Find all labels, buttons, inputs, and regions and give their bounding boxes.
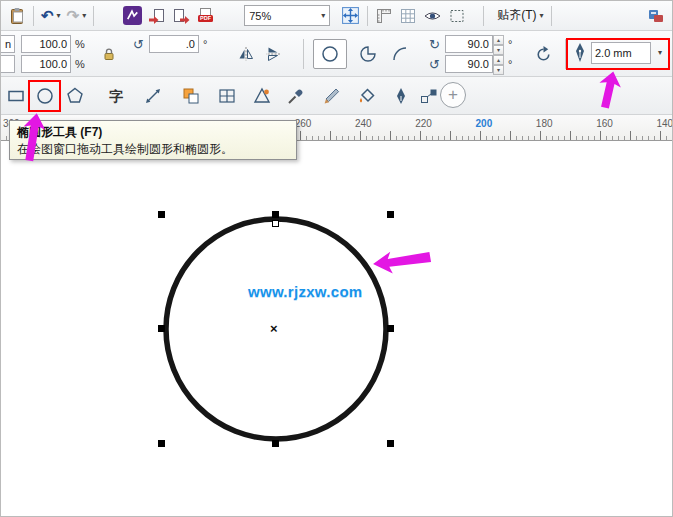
pie-mode-button[interactable] bbox=[353, 39, 383, 69]
lock-icon bbox=[101, 46, 117, 62]
launcher-icon bbox=[123, 6, 142, 25]
end-angle-icon: ↺ bbox=[429, 58, 440, 71]
application-launcher-button[interactable] bbox=[120, 4, 145, 28]
separator bbox=[33, 6, 34, 26]
knife-icon bbox=[322, 86, 342, 106]
smart-fill-tool[interactable] bbox=[178, 83, 204, 109]
end-angle-spinner[interactable]: ▴ ▾ bbox=[493, 55, 504, 73]
polygon-tool[interactable] bbox=[62, 83, 88, 109]
change-direction-icon bbox=[534, 45, 553, 64]
clipboard-icon bbox=[8, 7, 26, 25]
basic-shapes-icon bbox=[252, 86, 272, 106]
tooltip-title: 椭圆形工具 (F7) bbox=[17, 124, 289, 141]
eyedropper-tool[interactable] bbox=[283, 83, 309, 109]
ellipse-icon bbox=[35, 86, 55, 106]
import-button[interactable] bbox=[145, 4, 169, 28]
arc-mode-button[interactable] bbox=[385, 39, 415, 69]
selection-handle-middle-right[interactable] bbox=[387, 325, 394, 332]
separator bbox=[483, 6, 484, 26]
separator bbox=[551, 6, 552, 26]
mirror-horizontal-button[interactable] bbox=[233, 43, 258, 65]
polygon-icon bbox=[65, 86, 85, 106]
options-icon bbox=[647, 7, 665, 25]
fullscreen-preview-button[interactable] bbox=[338, 4, 363, 28]
fill-tool[interactable] bbox=[354, 83, 380, 109]
crop-tool[interactable] bbox=[319, 83, 345, 109]
outline-width-field[interactable]: 2.0 mm bbox=[591, 42, 651, 64]
spin-down-icon[interactable]: ▾ bbox=[493, 65, 504, 75]
zoom-value: 75% bbox=[249, 10, 271, 22]
selection-handle-middle-left[interactable] bbox=[158, 325, 165, 332]
undo-button[interactable]: ↶ ▾ bbox=[38, 4, 64, 28]
start-angle-icon: ↻ bbox=[429, 38, 440, 51]
dimension-icon bbox=[143, 86, 163, 106]
show-rulers-button[interactable] bbox=[372, 4, 396, 28]
degree-label: ° bbox=[508, 58, 512, 70]
chevron-down-icon: ▾ bbox=[82, 12, 86, 20]
undo-icon: ↶ bbox=[41, 8, 54, 23]
basic-shapes-tool[interactable] bbox=[249, 83, 275, 109]
export-button[interactable] bbox=[169, 4, 193, 28]
property-bar: n 100.0 % 100.0 % ↺ .0 ° bbox=[1, 31, 672, 77]
rotation-angle-field[interactable]: .0 bbox=[149, 35, 199, 53]
drawing-canvas[interactable]: × www.rjzxw.com bbox=[1, 141, 672, 517]
spin-up-icon[interactable]: ▴ bbox=[493, 35, 504, 45]
selection-handle-bottom-right[interactable] bbox=[387, 440, 394, 447]
object-position-field-clipped[interactable]: n bbox=[0, 35, 15, 53]
plus-icon: + bbox=[448, 85, 458, 105]
eyedropper-icon bbox=[286, 86, 306, 106]
selection-handle-top-right[interactable] bbox=[387, 211, 394, 218]
redo-button[interactable]: ↷ ▾ bbox=[64, 4, 90, 28]
ellipse-glyph-node[interactable] bbox=[272, 220, 279, 227]
arc-mode-icon bbox=[390, 44, 410, 64]
options-button[interactable] bbox=[644, 4, 668, 28]
degree-label: ° bbox=[508, 38, 512, 50]
import-icon bbox=[148, 7, 166, 25]
scale-horizontal-field[interactable]: 100.0 bbox=[21, 35, 71, 53]
chevron-down-icon[interactable]: ▾ bbox=[658, 49, 662, 57]
object-position-field-clipped[interactable] bbox=[0, 55, 15, 73]
start-angle-spinner[interactable]: ▴ ▾ bbox=[493, 35, 504, 53]
pdf-icon: PDF bbox=[196, 7, 215, 25]
text-tool[interactable]: 字 bbox=[103, 83, 129, 109]
spin-down-icon[interactable]: ▾ bbox=[493, 45, 504, 55]
pen-tool[interactable] bbox=[388, 83, 414, 109]
start-angle-field[interactable]: 90.0 bbox=[445, 35, 493, 53]
end-angle-field[interactable]: 90.0 bbox=[445, 55, 493, 73]
rectangle-tool[interactable] bbox=[3, 83, 29, 109]
zoom-level-select[interactable]: 75% ▾ bbox=[244, 5, 330, 26]
text-tool-icon: 字 bbox=[109, 89, 123, 103]
tooltip-body: 在绘图窗口拖动工具绘制圆形和椭圆形。 bbox=[17, 141, 289, 157]
scale-vertical-field[interactable]: 100.0 bbox=[21, 55, 71, 73]
graph-paper-icon bbox=[217, 86, 237, 106]
interactive-blend-tool[interactable] bbox=[416, 83, 442, 109]
change-direction-button[interactable] bbox=[529, 40, 557, 68]
coreldraw-window: ↶ ▾ ↷ ▾ PDF 75% bbox=[0, 0, 673, 517]
object-center-mark: × bbox=[270, 321, 278, 336]
fullscreen-icon bbox=[341, 6, 360, 25]
ellipse-mode-button[interactable] bbox=[313, 39, 347, 69]
view-quality-button[interactable] bbox=[420, 4, 445, 28]
ruler-label: 220 bbox=[415, 118, 432, 129]
add-tool-button[interactable]: + bbox=[440, 82, 466, 108]
selection-handle-bottom-middle[interactable] bbox=[272, 440, 279, 447]
chevron-down-icon: ▾ bbox=[57, 12, 61, 20]
paste-button[interactable] bbox=[5, 4, 29, 28]
grid-icon bbox=[399, 7, 417, 25]
spin-up-icon[interactable]: ▴ bbox=[493, 55, 504, 65]
show-grid-button[interactable] bbox=[396, 4, 420, 28]
graph-paper-tool[interactable] bbox=[214, 83, 240, 109]
selection-handle-top-middle[interactable] bbox=[272, 211, 279, 218]
mirror-vertical-button[interactable] bbox=[260, 43, 285, 65]
selection-handle-bottom-left[interactable] bbox=[158, 440, 165, 447]
snap-to-button[interactable]: 贴齐(T) ▾ bbox=[494, 4, 546, 28]
show-page-border-button[interactable] bbox=[445, 4, 469, 28]
ruler-label: 200 bbox=[476, 118, 493, 129]
publish-pdf-button[interactable]: PDF bbox=[193, 4, 218, 28]
dimension-tool[interactable] bbox=[140, 83, 166, 109]
smart-fill-icon bbox=[181, 86, 201, 106]
ruler-label: 180 bbox=[536, 118, 553, 129]
lock-ratio-button[interactable] bbox=[97, 42, 121, 66]
ellipse-tool[interactable] bbox=[32, 83, 58, 109]
selection-handle-top-left[interactable] bbox=[158, 211, 165, 218]
